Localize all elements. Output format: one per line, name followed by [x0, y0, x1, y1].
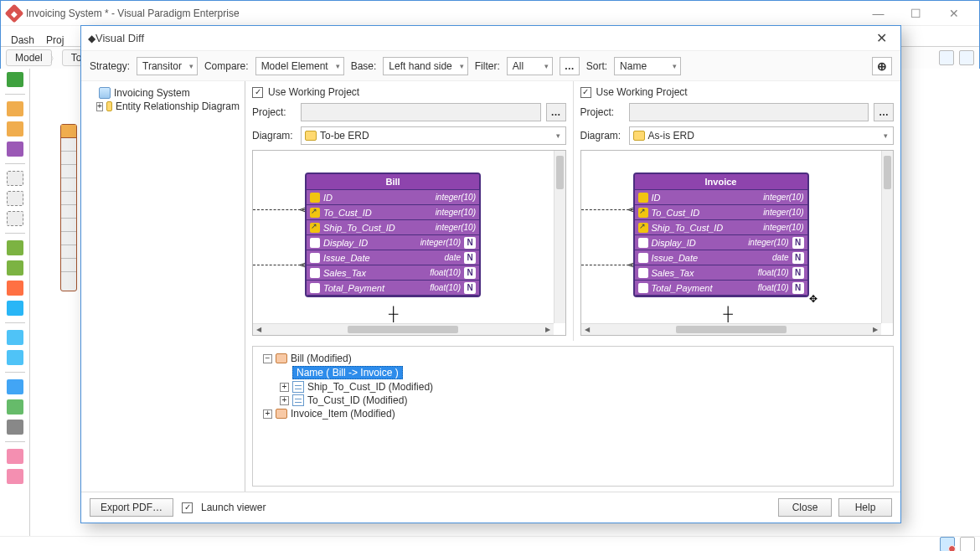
- tool-icon-3[interactable]: [7, 121, 23, 136]
- menu-dash[interactable]: Dash: [11, 34, 34, 46]
- entity-column-row[interactable]: Display_IDinteger(10)N: [307, 235, 479, 250]
- entity-column-row[interactable]: Sales_Taxfloat(10)N: [635, 265, 807, 281]
- left-project-browse-button[interactable]: [546, 103, 566, 121]
- diff-tree-item[interactable]: Name ( Bill -> Invoice ): [258, 365, 888, 380]
- notes-icon[interactable]: [960, 537, 975, 552]
- right-vscrollbar[interactable]: [881, 151, 893, 323]
- column-type: date: [772, 253, 788, 262]
- right-diagram-select[interactable]: As-is ERD: [629, 126, 895, 145]
- tool-icon-5[interactable]: [7, 171, 23, 186]
- tree-root-label[interactable]: Invoicing System: [114, 87, 190, 99]
- tool-icon-14[interactable]: [7, 379, 23, 394]
- tool-icon-11[interactable]: [7, 301, 23, 316]
- diff-results-tree[interactable]: −Bill (Modified)Name ( Bill -> Invoice )…: [252, 346, 894, 487]
- tool-icon-16[interactable]: [7, 420, 23, 435]
- tool-cursor-icon[interactable]: [7, 72, 23, 87]
- right-entity[interactable]: InvoiceIDinteger(10)To_Cust_IDinteger(10…: [633, 173, 809, 297]
- column-type: integer(10): [436, 208, 476, 217]
- left-pane: Use Working Project Project: Diagram: To…: [245, 81, 574, 341]
- entity-column-row[interactable]: Total_Paymentfloat(10)N: [635, 281, 807, 296]
- entity-column-row[interactable]: IDinteger(10): [635, 190, 807, 205]
- expand-toggle[interactable]: +: [280, 383, 289, 392]
- folder-icon: [276, 353, 287, 363]
- mail-icon[interactable]: [940, 537, 955, 552]
- nullable-badge: N: [792, 282, 804, 294]
- filter-select[interactable]: All: [507, 57, 553, 75]
- column-type: integer(10): [748, 238, 788, 247]
- diff-tree-item[interactable]: +Ship_To_Cust_ID (Modified): [258, 380, 888, 394]
- right-hscrollbar[interactable]: ◀▶: [581, 323, 882, 335]
- entity-column-row[interactable]: Ship_To_Cust_IDinteger(10): [307, 220, 479, 235]
- tool-icon-7[interactable]: [7, 211, 23, 226]
- tool-icon-2[interactable]: [7, 101, 23, 116]
- left-hscrollbar[interactable]: ◀▶: [253, 323, 554, 335]
- close-button[interactable]: Close: [778, 498, 832, 517]
- right-project-field[interactable]: [629, 103, 869, 121]
- tool-icon-8[interactable]: [7, 240, 23, 255]
- base-select[interactable]: Left hand side: [383, 57, 467, 75]
- launch-viewer-checkbox[interactable]: [182, 502, 193, 513]
- diff-tree-item[interactable]: +To_Cust_ID (Modified): [258, 394, 888, 407]
- left-diagram-select[interactable]: To-be ERD: [301, 126, 566, 145]
- compare-select[interactable]: Model Element: [255, 57, 344, 75]
- dialog-titlebar[interactable]: ◆ Visual Diff ✕: [81, 26, 900, 51]
- tool-icon-4[interactable]: [7, 142, 23, 157]
- tool-icon-10[interactable]: [7, 281, 23, 296]
- column-name: Issue_Date: [323, 253, 441, 263]
- left-vscrollbar[interactable]: [554, 151, 565, 323]
- sort-select[interactable]: Name: [614, 57, 681, 75]
- left-project-field[interactable]: [301, 103, 541, 121]
- entity-column-row[interactable]: Display_IDinteger(10)N: [635, 235, 807, 250]
- expand-toggle[interactable]: +: [96, 102, 103, 111]
- left-use-working-checkbox[interactable]: [252, 87, 263, 98]
- left-diagram-view[interactable]: BillIDinteger(10)To_Cust_IDinteger(10)Sh…: [252, 150, 566, 336]
- menu-proj[interactable]: Proj: [46, 34, 64, 46]
- column-type: integer(10): [420, 238, 461, 247]
- right-diagram-view[interactable]: InvoiceIDinteger(10)To_Cust_IDinteger(10…: [580, 150, 895, 336]
- tool-icon-13[interactable]: [7, 350, 23, 365]
- right-project-browse-button[interactable]: [874, 103, 894, 121]
- tool-icon-17[interactable]: [7, 449, 23, 464]
- tool-icon-18[interactable]: [7, 469, 23, 484]
- right-use-working-checkbox[interactable]: [580, 87, 591, 98]
- entity-column-row[interactable]: Issue_DatedateN: [635, 250, 807, 265]
- breadcrumb-item-model[interactable]: Model: [6, 49, 52, 66]
- entity-column-row[interactable]: To_Cust_IDinteger(10): [307, 205, 479, 220]
- expand-toggle[interactable]: +: [280, 396, 289, 405]
- entity-column-row[interactable]: Sales_Taxfloat(10)N: [307, 265, 479, 281]
- folder-icon: [106, 101, 112, 111]
- tool-icon-12[interactable]: [7, 330, 23, 345]
- tool-icon-6[interactable]: [7, 191, 23, 206]
- expand-toggle[interactable]: +: [263, 409, 272, 419]
- column-name: ID: [652, 193, 761, 203]
- minimize-button[interactable]: —: [859, 2, 897, 25]
- strategy-select[interactable]: Transitor: [137, 57, 198, 75]
- export-pdf-button[interactable]: Export PDF…: [90, 498, 173, 517]
- toolbar-icon-1[interactable]: [939, 50, 954, 65]
- tree-child-label[interactable]: Entity Relationship Diagram: [116, 100, 240, 112]
- diff-tree-item[interactable]: −Bill (Modified): [258, 352, 888, 365]
- close-window-button[interactable]: ✕: [935, 2, 972, 25]
- entity-column-row[interactable]: To_Cust_IDinteger(10): [635, 205, 807, 220]
- entity-column-row[interactable]: Issue_DatedateN: [307, 250, 479, 265]
- diff-tree-item[interactable]: +Invoice_Item (Modified): [258, 407, 888, 420]
- maximize-button[interactable]: ☐: [897, 2, 935, 25]
- entity-column-row[interactable]: Ship_To_Cust_IDinteger(10): [635, 220, 807, 235]
- column-icon: [310, 283, 320, 293]
- entity-column-row[interactable]: IDinteger(10): [307, 190, 479, 205]
- filter-more-button[interactable]: [560, 57, 580, 75]
- column-icon: [292, 381, 304, 393]
- add-button[interactable]: [872, 57, 892, 75]
- tool-icon-15[interactable]: [7, 399, 23, 415]
- main-titlebar[interactable]: ◆ Invoicing System * - Visual Paradigm E…: [1, 1, 979, 26]
- expand-toggle[interactable]: −: [263, 354, 272, 363]
- left-entity[interactable]: BillIDinteger(10)To_Cust_IDinteger(10)Sh…: [305, 173, 481, 297]
- toolbar-icon-2[interactable]: [959, 50, 974, 65]
- entity-column-row[interactable]: Total_Paymentfloat(10)N: [307, 281, 479, 296]
- tool-icon-9[interactable]: [7, 260, 23, 276]
- dialog-close-button[interactable]: ✕: [869, 28, 894, 49]
- background-entity[interactable]: [60, 124, 77, 291]
- help-button[interactable]: Help: [838, 498, 892, 517]
- project-tree[interactable]: Invoicing System + Entity Relationship D…: [81, 81, 245, 492]
- app-title: Invoicing System * - Visual Paradigm Ent…: [26, 8, 240, 19]
